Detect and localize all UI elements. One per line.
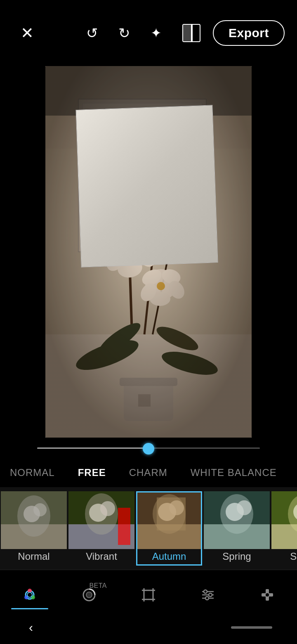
side-vignette-right — [252, 66, 297, 438]
filter-slider-area — [0, 438, 297, 458]
tab-white-balance[interactable]: WHITE BALANCE — [179, 458, 288, 487]
tab-charm[interactable]: CHARM — [118, 458, 179, 487]
filter-thumbnails: Normal Vibrant — [0, 487, 297, 570]
svg-rect-83 — [204, 491, 270, 549]
filter-label-normal: Normal — [1, 551, 67, 562]
svg-rect-72 — [157, 497, 186, 530]
svg-rect-55 — [45, 66, 252, 438]
split-view-button[interactable] — [182, 24, 200, 42]
svg-rect-56 — [45, 66, 252, 116]
svg-point-47 — [109, 201, 130, 220]
svg-point-73 — [153, 494, 186, 534]
svg-rect-89 — [271, 491, 297, 549]
sliders-icon — [198, 585, 218, 605]
filter-thumb-normal[interactable]: Normal — [1, 491, 67, 566]
filter-thumb-autumn[interactable]: Autumn — [136, 491, 202, 566]
thumb-photo-spring — [204, 491, 270, 549]
nav-home-pill[interactable] — [231, 626, 272, 629]
svg-rect-71 — [136, 524, 202, 549]
svg-point-111 — [205, 597, 209, 600]
toolbar-center-actions: ↺ ↻ ✦ Export — [78, 20, 285, 46]
svg-point-96 — [86, 592, 92, 598]
svg-rect-4 — [82, 103, 202, 248]
svg-point-34 — [181, 214, 205, 239]
slider-thumb[interactable] — [143, 443, 154, 455]
filter-tabs-bar: NORMAL FREE CHARM WHITE BALANCE BL — [0, 458, 297, 487]
svg-point-26 — [125, 230, 152, 253]
svg-rect-97 — [144, 590, 153, 599]
tool-adjust[interactable] — [189, 580, 226, 609]
side-vignette-left — [0, 66, 45, 438]
redo-button[interactable]: ↻ — [110, 21, 138, 45]
thumb-photo-autumn — [136, 491, 202, 549]
tool-lens[interactable]: BETA — [71, 580, 108, 609]
export-button[interactable]: Export — [213, 20, 285, 46]
tool-crop[interactable] — [130, 580, 167, 609]
svg-point-36 — [153, 218, 177, 243]
svg-point-94 — [27, 592, 32, 597]
svg-point-32 — [156, 204, 182, 226]
svg-point-15 — [128, 140, 177, 206]
photo-scene — [45, 66, 252, 438]
filter-label-summer: Summ — [271, 551, 297, 562]
slider-track — [37, 447, 260, 449]
photo-svg — [45, 66, 252, 438]
svg-point-45 — [94, 203, 125, 234]
svg-rect-3 — [78, 99, 206, 252]
svg-point-31 — [161, 206, 194, 239]
slider-fill — [37, 447, 148, 449]
filter-thumb-vibrant[interactable]: Vibrant — [68, 491, 134, 566]
svg-rect-62 — [1, 491, 67, 549]
svg-point-114 — [266, 593, 269, 597]
healing-icon — [257, 585, 278, 605]
svg-point-33 — [176, 204, 199, 223]
beta-label: BETA — [89, 582, 107, 590]
svg-point-30 — [125, 249, 135, 259]
svg-point-49 — [168, 161, 178, 178]
tab-free[interactable]: FREE — [66, 458, 118, 487]
close-button[interactable]: ✕ — [12, 20, 42, 46]
svg-rect-76 — [136, 491, 202, 549]
tool-color[interactable] — [11, 580, 48, 609]
svg-point-75 — [169, 500, 184, 515]
filter-label-vibrant: Vibrant — [68, 551, 134, 562]
svg-point-35 — [167, 230, 188, 245]
crop-icon — [138, 585, 159, 605]
svg-point-110 — [209, 593, 212, 597]
svg-point-74 — [158, 503, 176, 521]
filter-thumb-spring[interactable]: Spring — [204, 491, 270, 566]
system-nav-bar: ‹ — [0, 611, 297, 644]
thumb-photo-summer — [271, 491, 297, 549]
svg-point-46 — [89, 200, 113, 222]
filter-thumb-summer[interactable]: Summ — [271, 491, 297, 566]
svg-point-109 — [204, 590, 207, 593]
top-toolbar: ✕ ↺ ↻ ✦ Export — [0, 0, 297, 66]
svg-rect-70 — [136, 491, 202, 549]
svg-point-24 — [109, 233, 146, 270]
magic-enhance-button[interactable]: ✦ — [142, 21, 170, 45]
filter-label-autumn: Autumn — [136, 551, 202, 562]
tab-normal[interactable]: NORMAL — [0, 458, 66, 487]
thumb-photo-normal — [1, 491, 67, 549]
tab-bl[interactable]: BL — [288, 458, 297, 487]
photo-canvas — [45, 66, 252, 438]
svg-point-37 — [174, 220, 182, 228]
svg-point-16 — [124, 167, 157, 213]
toolbar-left-actions: ✕ — [12, 20, 42, 46]
svg-point-25 — [104, 230, 135, 258]
svg-rect-77 — [136, 491, 202, 549]
color-wheel-icon — [19, 585, 40, 605]
thumb-photo-vibrant — [68, 491, 134, 549]
undo-button[interactable]: ↺ — [78, 21, 106, 45]
svg-point-50 — [153, 183, 161, 197]
filter-label-spring: Spring — [204, 551, 270, 562]
svg-point-48 — [106, 216, 114, 224]
svg-rect-69 — [68, 491, 134, 549]
tool-healing[interactable] — [249, 580, 286, 609]
nav-back-button[interactable]: ‹ — [25, 616, 37, 639]
